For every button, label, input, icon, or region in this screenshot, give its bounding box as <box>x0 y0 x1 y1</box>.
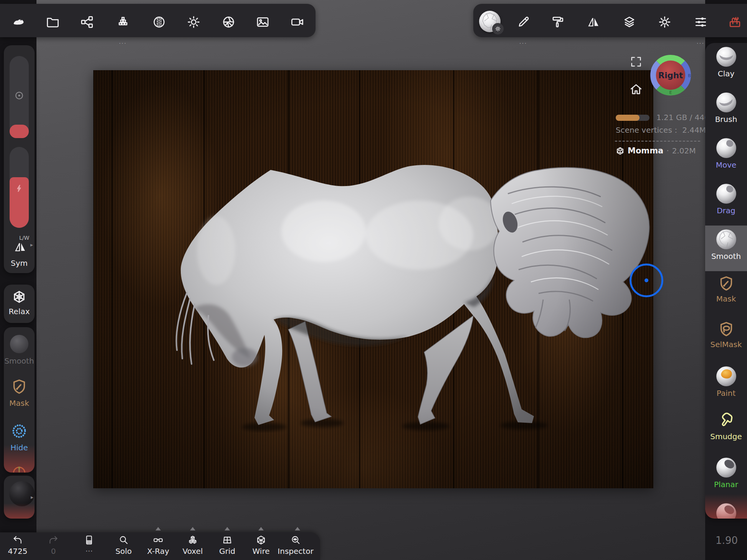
redo-count: 0 <box>51 547 56 556</box>
panel-scroll-fade <box>4 503 35 519</box>
redo-button[interactable]: 0 <box>39 535 68 556</box>
turntable-video-button[interactable] <box>289 13 306 30</box>
export-share-button[interactable] <box>78 13 95 30</box>
layers-button[interactable] <box>621 13 638 30</box>
sym-label: Sym <box>4 259 35 268</box>
settings-button[interactable] <box>656 13 673 30</box>
symmetry-triangles-icon <box>587 15 601 29</box>
symmetry-triangles-icon <box>12 240 28 254</box>
stroke-pen-button[interactable]: ··· <box>515 13 532 30</box>
nomad-sculpt-app: { "colors": { "accent_red": "#c75055", "… <box>0 0 747 560</box>
tool-brush[interactable]: Brush <box>705 89 747 134</box>
grid-icon <box>222 535 233 545</box>
tool-move[interactable]: Move <box>705 134 747 180</box>
tool-smooth-selected[interactable]: Smooth <box>705 226 747 271</box>
paint-roller-button[interactable] <box>549 13 566 30</box>
layers-ellipsis: ··· <box>114 40 131 47</box>
object-separator: · <box>666 146 669 155</box>
toggle-solo-label: Solo <box>116 547 132 556</box>
panel-scroll-fade <box>4 445 35 473</box>
tool-smooth-label: Smooth <box>711 252 741 261</box>
video-camera-icon <box>290 15 304 29</box>
filters-button[interactable]: ··· <box>692 13 709 30</box>
glasses-icon <box>153 535 164 545</box>
quick-tool-mask[interactable]: Mask <box>4 378 35 408</box>
app-logo-button[interactable] <box>10 13 27 30</box>
tool-smudge-label: Smudge <box>710 432 742 441</box>
pencil-icon <box>516 15 531 29</box>
layers-stack-button[interactable]: ··· <box>114 13 131 30</box>
toggle-inspector[interactable]: Inspector <box>281 535 310 556</box>
material-preview-button[interactable] <box>479 11 501 32</box>
fullscreen-button[interactable] <box>630 55 643 68</box>
filters-ellipsis: ··· <box>692 40 709 47</box>
quick-tool-smooth[interactable]: Smooth <box>4 335 35 366</box>
brush-cursor[interactable] <box>630 264 663 297</box>
sphere-clay-icon <box>716 46 737 67</box>
smudge-finger-icon <box>717 412 735 430</box>
matcap-sphere-icon <box>152 15 166 29</box>
tool-planar[interactable]: Planar <box>705 454 747 499</box>
3d-viewport[interactable]: Right E B 1.21 GB / 446 M Scene vertices… <box>36 0 705 560</box>
history-button[interactable]: ··· <box>74 535 104 556</box>
tool-selmask[interactable]: SelMask <box>705 317 747 362</box>
quick-tools-panel: Smooth Mask Hide <box>4 327 35 473</box>
background-image-button[interactable] <box>254 13 271 30</box>
brush-cursor-center-dot <box>645 278 648 282</box>
sym-toggle[interactable] <box>12 240 28 254</box>
gizmo-right-letter: B <box>688 73 691 78</box>
material-panel[interactable]: ▸ <box>4 476 35 519</box>
tool-selmask-label: SelMask <box>710 340 742 349</box>
share-nodes-icon <box>80 15 94 29</box>
tool-drag[interactable]: Drag <box>705 180 747 226</box>
wire-sphere-icon <box>256 535 266 545</box>
symmetry-button[interactable] <box>585 13 602 30</box>
shield-brush-icon <box>717 275 735 292</box>
orientation-gizmo[interactable]: Right E B <box>650 55 691 96</box>
tool-mask[interactable]: Mask <box>705 271 747 317</box>
tool-paint[interactable]: Paint <box>705 362 747 408</box>
sun-icon <box>187 15 201 29</box>
toggle-voxel[interactable]: Voxel <box>178 535 207 556</box>
material-expand-caret[interactable]: ▸ <box>31 494 33 500</box>
radius-slider[interactable] <box>10 56 29 138</box>
inspector-caret[interactable] <box>295 527 300 530</box>
intensity-slider-fill[interactable] <box>10 177 29 228</box>
files-button[interactable] <box>44 13 61 30</box>
radius-slider-thumb[interactable] <box>10 125 29 138</box>
matcap-material-button[interactable] <box>150 13 167 30</box>
undo-button[interactable]: 4725 <box>3 535 32 556</box>
voxel-caret[interactable] <box>190 527 195 530</box>
image-icon <box>256 15 270 29</box>
sphere-drag-icon <box>716 183 737 204</box>
relax-panel[interactable]: Relax <box>4 285 35 323</box>
tool-brush-label: Brush <box>715 115 737 124</box>
sym-expand-caret[interactable]: ▸ <box>30 242 33 248</box>
toggle-xray[interactable]: X-Ray <box>144 535 173 556</box>
home-view-button[interactable] <box>629 82 643 97</box>
scene-object-row[interactable]: Momma · 2.02M <box>614 146 705 155</box>
xray-caret[interactable] <box>155 527 161 530</box>
toggle-inspector-label: Inspector <box>278 547 313 556</box>
tool-smudge[interactable]: Smudge <box>705 408 747 454</box>
scene-vertices-label: Scene vertices： <box>616 125 680 135</box>
material-black-sphere[interactable] <box>9 481 35 506</box>
wire-caret[interactable] <box>258 527 264 530</box>
toggle-solo[interactable]: Solo <box>109 535 138 556</box>
sphere-move-icon <box>716 138 737 158</box>
lighting-button[interactable] <box>185 13 202 30</box>
tool-paint-label: Paint <box>717 389 736 398</box>
material-settings-badge[interactable] <box>492 23 504 35</box>
tool-rail: Clay Brush Move Drag Smooth Mask SelMask… <box>705 43 747 519</box>
history-book-icon <box>84 535 94 545</box>
toolbox-button[interactable] <box>726 13 743 30</box>
quick-tool-mask-label: Mask <box>9 399 29 408</box>
toggle-grid[interactable]: Grid <box>213 535 242 556</box>
toggle-wire[interactable]: Wire <box>246 535 276 556</box>
intensity-slider[interactable] <box>10 147 29 228</box>
pen-ellipsis: ··· <box>515 40 532 47</box>
camera-button[interactable] <box>220 13 237 30</box>
grid-caret[interactable] <box>225 527 230 530</box>
history-ellipsis: ··· <box>85 547 93 556</box>
tool-clay[interactable]: Clay <box>705 43 747 89</box>
